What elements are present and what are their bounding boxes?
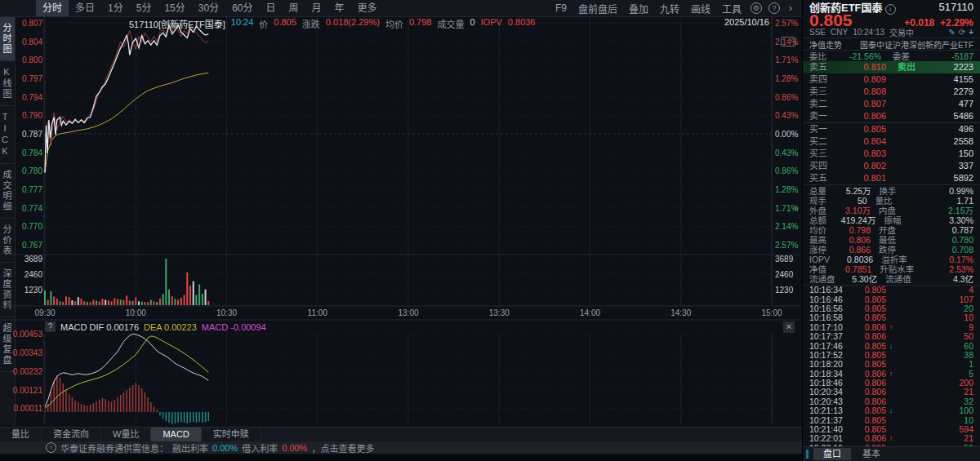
macd-help-icon[interactable]: ? (45, 321, 56, 332)
add-icon[interactable]: + (969, 28, 973, 37)
tick-price: 0.805 (852, 416, 886, 425)
intraday-chart-canvas[interactable] (0, 0, 802, 461)
price-axis-label: 0.767 (18, 242, 42, 250)
stat-value: 419.24万 (841, 215, 876, 225)
stat-value: 0.787 (952, 225, 973, 235)
stat-row-外盘: 外盘3.10万内盘2.15万 (803, 206, 980, 215)
stat-label: 换手 (880, 186, 930, 196)
chart-time: 10:24 (231, 17, 254, 30)
stat-value: 3.30% (949, 215, 973, 225)
order-row-卖二[interactable]: 卖二0.807477 (803, 98, 980, 110)
order-row-买二[interactable]: 买二0.8042558 (803, 135, 980, 148)
tick-price: 0.805 (852, 304, 886, 313)
stat-value: 0.798 (849, 225, 871, 235)
stat-row-现手: 现手50量比1.71 (803, 196, 980, 206)
time-sales-list[interactable]: 10:16:340.805410:16:460.80510710:16:560.… (803, 286, 980, 446)
stat-label: 升贴水率 (880, 264, 930, 274)
volume-value: 0 (470, 17, 474, 30)
tick-arrow-up-icon: ↑ (886, 323, 896, 332)
last-price: 0.805 (809, 13, 853, 28)
collapse-chevron-icon[interactable]: » (794, 202, 799, 212)
close-icon[interactable]: ✕ (783, 321, 795, 333)
stat-value: 5.25万 (846, 186, 871, 196)
order-row-卖三[interactable]: 卖三0.8082279 (803, 86, 980, 98)
price-axis-label: 0.770 (18, 223, 42, 231)
tick-volume: 32 (964, 397, 973, 406)
tick-volume: 200 (959, 379, 973, 388)
time-axis-label: 10:00 (122, 309, 149, 317)
pct-axis-label: 0.86% (775, 94, 801, 102)
order-row-买四[interactable]: 买四0.802337 (803, 160, 980, 172)
pct-axis-label: 2.57% (775, 242, 801, 250)
tick-price: 0.806 (852, 379, 886, 388)
stat-value: 3.10万 (845, 206, 871, 215)
tick-time: 10:20:34 (809, 388, 852, 397)
macd-axis-label: 0.00121 (7, 387, 42, 395)
pct-axis-label: 0.86% (775, 167, 801, 175)
stat-label: 内盘 (879, 206, 929, 215)
order-label: 买五 (809, 172, 837, 184)
order-row-卖一[interactable]: 卖一0.8065486 (803, 110, 980, 122)
price-axis-label: 0.794 (18, 94, 42, 102)
tick-price: 0.806 (852, 397, 886, 406)
stat-label: 最低 (879, 235, 929, 245)
tick-arrow-up-icon: ↑ (886, 434, 896, 443)
macd-dif-label: MACD DIF (60, 322, 104, 332)
stat-value: 0.7851 (845, 264, 871, 274)
order-row-买一[interactable]: 买一0.805496 (803, 122, 980, 135)
time-axis-label: 10:30 (214, 309, 240, 317)
refresh-icon[interactable]: ⟳ (959, 28, 965, 37)
panel-tabs: 盘口基本 (803, 446, 980, 461)
stat-value: 0.806 (849, 235, 871, 245)
fund-row: 净值走势 国泰中证沪港深创新药产业ETF (803, 38, 980, 51)
nav-trend-link[interactable]: 净值走势 (809, 38, 842, 51)
time-axis-label: 14:00 (577, 309, 604, 317)
tick-price: 0.805 (852, 351, 886, 360)
time-axis-label: 13:00 (395, 309, 421, 317)
macd-axis-label: 0.00011 (7, 405, 42, 413)
volume-axis-label: 2460 (775, 271, 801, 279)
pct-axis-label: 0.00% (775, 131, 801, 139)
order-label: 卖一 (809, 110, 837, 122)
tick-volume: 10 (964, 313, 973, 322)
pct-axis-label: 1.28% (775, 75, 801, 83)
stat-row-流通盘: 流通盘5.30亿流通值4.3亿 (803, 274, 980, 284)
stat-row-净值: 净值0.7851升贴水率2.53% (803, 264, 980, 274)
keyboard-icon[interactable]: ··· (781, 37, 795, 47)
stat-value: 5.30亿 (852, 274, 877, 284)
stat-value: 0.780 (952, 235, 973, 245)
order-row-买五[interactable]: 买五0.8015892 (803, 172, 980, 184)
tick-price: 0.805 (852, 425, 886, 434)
tick-time: 10:16:46 (809, 295, 852, 304)
order-row-卖五[interactable]: 卖五0.810卖出2223 (803, 61, 980, 73)
panel-tab-盘口[interactable]: 盘口 (813, 448, 851, 460)
order-label: 卖三 (809, 86, 837, 98)
price-axis-label: 0.797 (18, 75, 42, 83)
price-axis-label: 0.800 (18, 56, 42, 64)
order-volume: 337 (959, 160, 973, 172)
volume-axis-label: 2460 (18, 271, 42, 279)
info-icon[interactable]: i (885, 4, 896, 15)
tick-time: 10:17:10 (809, 323, 852, 332)
weibi-value: -21.56% (849, 51, 881, 61)
order-row-买三[interactable]: 买三0.803150 (803, 148, 980, 160)
pct-axis-label: 2.57% (775, 20, 801, 28)
stat-value: 0.8036 (847, 255, 873, 264)
panel-tab-基本[interactable]: 基本 (853, 448, 890, 460)
iopv-value: 0.8036 (508, 17, 536, 30)
macd-label: MACD (202, 322, 228, 332)
time-axis-label: 15:00 (759, 309, 785, 317)
tick-row: 10:17:370.80650 (803, 332, 980, 341)
order-volume: 496 (959, 123, 973, 135)
tick-row: 10:20:340.80621 (803, 388, 980, 397)
stat-label: 跌停 (879, 245, 929, 255)
edit-icon[interactable]: ✎ (948, 28, 955, 37)
trading-status: 交易中 (889, 26, 914, 38)
pct-axis-label: 0.43% (775, 149, 801, 157)
order-label: 买四 (809, 160, 837, 172)
stat-value: 0.99% (949, 186, 973, 196)
tick-time: 10:16:58 (809, 313, 852, 322)
tick-volume: 50 (964, 332, 973, 341)
order-row-卖四[interactable]: 卖四0.8094155 (803, 73, 980, 86)
price-axis-label: 0.777 (18, 186, 42, 194)
